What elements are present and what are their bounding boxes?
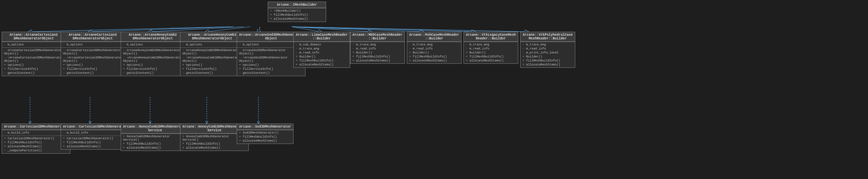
box-imeshbuilder: Arcane::IMeshBuilder ~IMeshBuilder() fil… <box>268 2 326 22</box>
item-fillmesh: fillMeshBuildInfo() <box>270 13 324 17</box>
box-vtkpolyhedral-casemeshreader: Arcane::VtkPolyhedralCaseMeshReader::Bui… <box>520 32 575 68</box>
item-alloc: allocateMeshItems() <box>182 146 246 150</box>
title-msh: Arcane::MshCaseMeshReader::Builder <box>407 32 461 42</box>
box-arcane-cartesian2d: Arcane::ArcaneCartesian2DMeshGeneratorOb… <box>2 32 66 76</box>
item-allocate: allocateMeshItems() <box>352 59 402 63</box>
item-readinfo: m_read_info <box>523 47 573 51</box>
item-fill: fillMeshBuildInfo() <box>239 135 291 139</box>
title-honeycomb2d-svc: Arcane::HoneyComb2DMeshGeneratorService <box>121 124 189 134</box>
svg-line-10 <box>30 27 230 32</box>
title-vtkpolyhedral: Arcane::VtkPolyhedralCaseMeshReader::Bui… <box>521 32 575 42</box>
item-alloc: allocateMeshItems() <box>4 145 68 149</box>
item-fillmesh: fillMeshBuildInfo() <box>352 55 402 59</box>
title-arcane-honeycomb3d: Arcane::ArcaneHoneyComb3DMeshGeneratorOb… <box>180 32 244 42</box>
item-builder: Builder() <box>352 51 402 55</box>
item-fill: fillMeshBuildInfo() <box>123 142 187 146</box>
title-cartesian3d-gen: Arcane::Cartesian3DMeshGenerator <box>61 124 129 130</box>
item-ctor: HoneyComb2DMeshGeneratorService() <box>123 134 187 142</box>
item-builder: Builder() <box>409 51 459 55</box>
title-arcane-cartesian3d: Arcane::ArcaneCartesian3DMeshGeneratorOb… <box>61 32 124 42</box>
item-ctor: Cartesian2DMeshGenerator() <box>4 136 68 140</box>
item-moptions: m_options <box>4 43 63 47</box>
item-readinfo: m_read_info <box>409 47 459 51</box>
item-tracemng: m_trace_mng <box>523 43 573 47</box>
item-ctor: ArcaneHoneyComb2DMeshGeneratorObject() <box>123 48 182 56</box>
item-allocate: allocateMeshItems() <box>296 63 348 67</box>
item-alloc: allocateMeshItems() <box>123 146 187 150</box>
item-fillmesh: fillMeshBuildInfo() <box>466 55 516 59</box>
box-arcane-cartesian3d: Arcane::ArcaneCartesian3DMeshGeneratorOb… <box>61 32 125 76</box>
svg-line-6 <box>258 27 260 32</box>
item-tracemng: m_trace_mng <box>409 43 459 47</box>
item-ctor: ArcaneCartesian2DMeshGeneratorObject() <box>4 48 63 56</box>
title-imeshbuilder: Arcane::IMeshBuilder <box>268 2 326 8</box>
arrows-svg <box>0 0 868 179</box>
box-arcane-honeycomb2d: Arcane::ArcaneHoneyComb2DMeshGeneratorOb… <box>121 32 185 76</box>
item-printinfo: m_print_info_level <box>523 51 573 55</box>
item-fillservice: fillServiceInfo() <box>182 67 242 71</box>
item-allocate: allocateMeshItems() <box>523 63 573 67</box>
item-fillmesh: fillMeshBuildInfo() <box>409 55 459 59</box>
item-ctor: ArcaneCartesian3DMeshGeneratorObject() <box>63 48 122 56</box>
item-tracemng: m_trace_mng <box>466 43 516 47</box>
item-moptions: m_options <box>63 43 122 47</box>
svg-line-8 <box>150 27 243 32</box>
item-fillservice: fillServiceInfo() <box>123 67 182 71</box>
item-fillservice: fillServiceInfo() <box>4 67 63 71</box>
title-arcane-honeycomb2d: Arcane::ArcaneHoneyComb2DMeshGeneratorOb… <box>121 32 184 42</box>
box-lima-casemeshreader: Arcane::LimaCaseMeshReader::Builder m_su… <box>293 32 350 68</box>
svg-line-7 <box>207 27 250 32</box>
item-compute: _computePartition() <box>4 149 68 153</box>
item-dtor: ~ArcaneCartesian2DMeshGeneratorObject() <box>4 56 63 63</box>
item-options: options() <box>63 63 122 67</box>
item-allocate: allocateMeshItems() <box>466 59 516 63</box>
item-fillservice: fillServiceInfo() <box>63 67 122 71</box>
box-cartesian2d-generator: Arcane::Cartesian2DMeshGenerator m_build… <box>2 124 70 154</box>
item-builder: Builder() <box>523 55 573 59</box>
item-fill: fillMeshBuildInfo() <box>4 140 68 145</box>
item-getaxl: getAxIContent() <box>123 71 182 75</box>
box-med-casemeshreader: Arcane::MEDCaseMeshReader::Builder m_tra… <box>350 32 405 64</box>
svg-line-2 <box>292 27 370 32</box>
title-vtklegacy: Arcane::VtkLegacyCaseMeshReader::Builder <box>464 32 518 42</box>
item-readinfo: m_read_info <box>466 47 516 51</box>
item-allocatemesh: allocateMeshItems() <box>270 17 324 21</box>
item-getaxl: getAxIContent() <box>239 71 303 75</box>
box-honeycomb2d-service: Arcane::HoneyComb2DMeshGeneratorService … <box>121 124 189 151</box>
item-alloc: allocateMeshItems() <box>239 139 291 143</box>
title-med: Arcane::MEDCaseMeshReader::Builder <box>350 32 404 42</box>
item-builder: Builder() <box>466 51 516 55</box>
item-ctor: Cartesian3DMeshGenerator() <box>63 136 127 140</box>
item-getaxl: getAxIContent() <box>4 71 63 75</box>
box-sod3d-generator: Arcane::Sod3DMeshGenerator Sod3DMeshGene… <box>237 124 293 144</box>
item-tracemng: m_trace_mng <box>296 47 348 51</box>
box-msh-casemeshreader: Arcane::MshCaseMeshReader::Builder m_tra… <box>407 32 462 64</box>
svg-line-5 <box>292 27 527 32</box>
item-readinfo: m_read_info <box>296 51 348 55</box>
svg-line-1 <box>292 27 320 32</box>
box-vtklegacy-casemeshreader: Arcane::VtkLegacyCaseMeshReader::Builder… <box>464 32 518 64</box>
item-dtor: ~ArcaneHoneyComb3DMeshGeneratorObject() <box>182 56 242 63</box>
item-options: options() <box>123 63 182 67</box>
svg-line-9 <box>90 27 234 32</box>
item-ctor: ArcaneHoneyComb3DMeshGeneratorObject() <box>182 48 242 56</box>
item-moptions: m_options <box>182 43 242 47</box>
title-sod3d-gen: Arcane::Sod3DMeshGenerator <box>237 124 293 130</box>
item-fillmesh: fillMeshBuildInfo() <box>296 59 348 63</box>
item-subdomain: m_sub_domain <box>296 43 348 47</box>
item-ctor: Sod3DMeshGenerator() <box>239 131 291 135</box>
item-options: options() <box>4 63 63 67</box>
title-lima: Arcane::LimaCaseMeshReader::Builder <box>294 32 350 42</box>
item-buildinf: m_build_info <box>63 131 127 135</box>
diagram-container: Arcane::IMeshBuilder ~IMeshBuilder() fil… <box>0 0 868 179</box>
item-getaxl: getAxIContent() <box>182 71 242 75</box>
item-dtor: ~ArcaneHoneyComb2DMeshGeneratorObject() <box>123 56 182 63</box>
item-dtor: ~ArcaneCartesian3DMeshGeneratorObject() <box>63 56 122 63</box>
item-fillmesh: fillMeshBuildInfo() <box>523 59 573 63</box>
item-alloc: allocateMeshItems() <box>63 145 127 149</box>
item-getaxl: getAxIContent() <box>63 71 122 75</box>
item-options: options() <box>182 63 242 67</box>
item-moptions: m_options <box>123 43 182 47</box>
item-buildinf: m_build_info <box>4 131 68 135</box>
item-fill: fillMeshBuildInfo() <box>63 140 127 145</box>
